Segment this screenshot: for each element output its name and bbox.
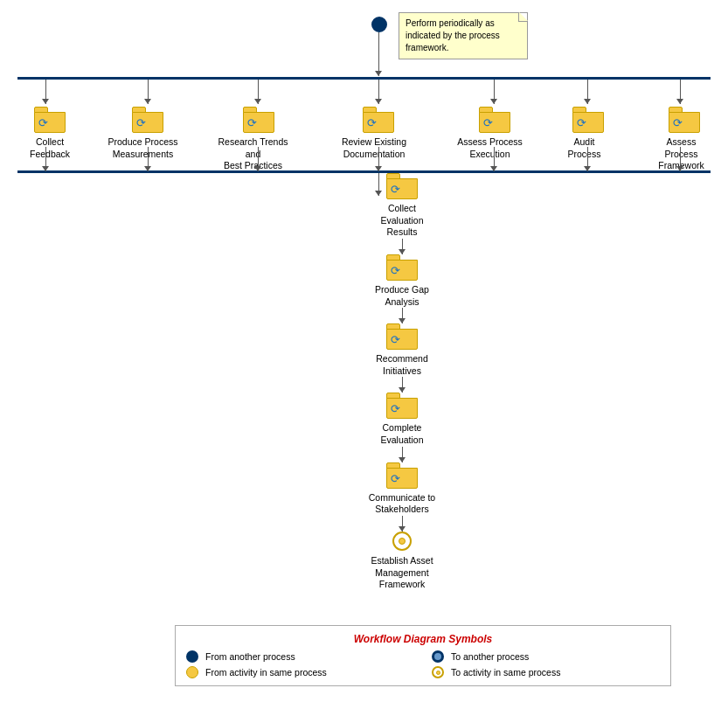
legend-icon-filled-dark xyxy=(186,650,198,663)
task-audit-process[interactable]: ⟳ Audit Process xyxy=(570,107,607,160)
chain-arrow-3 xyxy=(402,377,403,393)
arrow-task6-bottom xyxy=(587,147,588,171)
chain-label-2: Produce GapAnalysis xyxy=(363,284,441,308)
start-arrow xyxy=(378,32,379,76)
legend-item-to-same: To activity in same process xyxy=(432,666,660,678)
legend-icon-ring-yellow-inner xyxy=(436,671,440,675)
arrow-task3-bottom xyxy=(258,147,259,171)
end-label: Establish AssetManagement Framework xyxy=(363,555,441,591)
chain-step-4[interactable]: ⟳ CompleteEvaluation xyxy=(363,393,441,446)
task-label-produce-measurements: Produce ProcessMeasurements xyxy=(108,136,178,160)
legend-title: Workflow Diagram Symbols xyxy=(186,633,660,645)
chain-arrow-1 xyxy=(402,239,403,254)
chain-arrow-2 xyxy=(402,308,403,323)
task-label-assess-execution: Assess ProcessExecution xyxy=(457,136,523,160)
arrow-task6 xyxy=(587,80,588,104)
diagram-container: Perform periodically as indicated by the… xyxy=(0,0,728,702)
chain-arrow-4 xyxy=(402,447,403,462)
top-lane-line xyxy=(17,77,711,80)
chain-step-3[interactable]: ⟳ RecommendInitiatives xyxy=(363,323,441,377)
legend-icon-ring-dark xyxy=(432,650,444,663)
arrow-task3 xyxy=(258,80,259,104)
arrow-task1 xyxy=(45,80,46,104)
legend-icon-ring-yellow xyxy=(432,666,444,678)
arrow-task5 xyxy=(494,80,495,104)
chain-step-1[interactable]: ⟳ CollectEvaluationResults xyxy=(363,173,441,239)
chain-label-3: RecommendInitiatives xyxy=(363,353,441,377)
legend-label-to-another: To another process xyxy=(451,651,529,662)
chain-step-2[interactable]: ⟳ Produce GapAnalysis xyxy=(363,254,441,308)
chain-label-1: CollectEvaluationResults xyxy=(363,203,441,239)
end-circle-inner xyxy=(399,538,406,545)
vertical-chain: ⟳ CollectEvaluationResults ⟳ Produce Gap… xyxy=(363,173,441,591)
legend-item-from-another: From another process xyxy=(186,650,414,663)
chain-step-5[interactable]: ⟳ Communicate toStakeholders xyxy=(363,462,441,516)
arrow-task7 xyxy=(680,80,681,104)
legend-label-to-same: To activity in same process xyxy=(451,667,560,678)
legend-icon-filled-yellow xyxy=(186,666,198,678)
legend-item-to-another: To another process xyxy=(432,650,660,663)
arrow-task4-bottom xyxy=(378,147,379,171)
arrow-task4 xyxy=(378,80,379,104)
end-circle xyxy=(392,532,412,551)
chain-arrow-5 xyxy=(402,516,403,532)
task-label-collect-feedback: CollectFeedback xyxy=(30,136,70,160)
task-label-review-docs: Review ExistingDocumentation xyxy=(339,136,409,160)
legend-item-from-same: From activity in same process xyxy=(186,666,414,678)
legend-label-from-another: From another process xyxy=(205,651,295,662)
arrow-task7-bottom xyxy=(680,147,681,171)
task-label-research-trends: Research Trends andBest Practices xyxy=(214,136,293,172)
chain-label-5: Communicate toStakeholders xyxy=(363,492,441,516)
tooltip-box: Perform periodically as indicated by the… xyxy=(399,12,528,59)
arrow-task1-bottom xyxy=(45,147,46,171)
legend-label-from-same: From activity in same process xyxy=(205,667,327,678)
task-assess-framework[interactable]: ⟳ Assess ProcessFramework xyxy=(659,107,710,172)
legend-grid: From another process To another process … xyxy=(186,650,660,678)
start-circle xyxy=(371,17,387,32)
tooltip-text: Perform periodically as indicated by the… xyxy=(406,18,500,52)
task-label-audit-process: Audit Process xyxy=(558,136,611,160)
chain-label-4: CompleteEvaluation xyxy=(363,422,441,446)
arrow-task2 xyxy=(148,80,149,104)
arrow-task2-bottom xyxy=(148,147,149,171)
arrow-task5-bottom xyxy=(494,147,495,171)
task-collect-feedback[interactable]: ⟳ CollectFeedback xyxy=(30,107,70,160)
legend-box: Workflow Diagram Symbols From another pr… xyxy=(175,625,671,686)
